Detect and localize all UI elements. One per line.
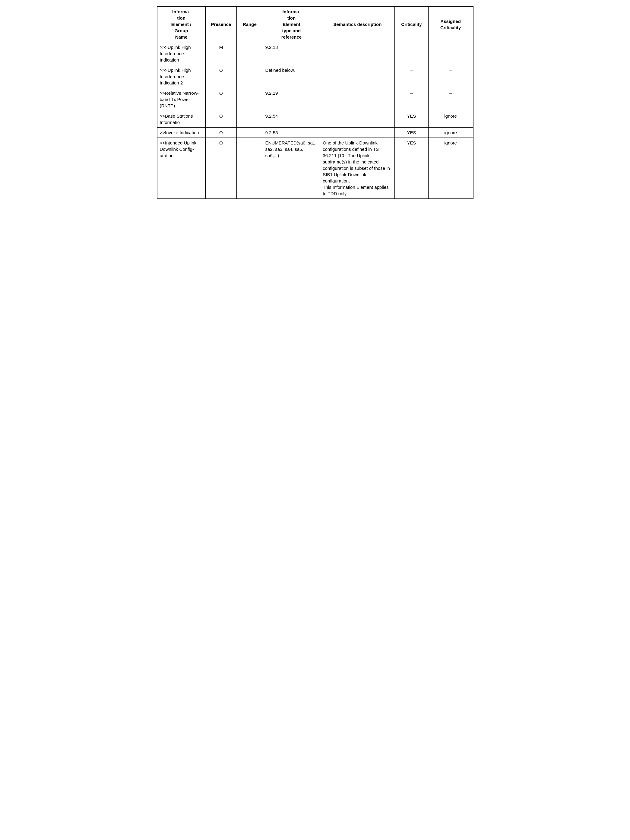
ie-label-0: >>>Uplink High Interfer­ence Indication [160, 45, 191, 62]
cell-range-0 [237, 42, 263, 65]
cell-sem-1 [320, 65, 395, 88]
cell-pres-3: O [205, 111, 237, 128]
header-assigned-criticality: Assigned Criticality [428, 6, 473, 42]
cell-ie-5: >>Intended Uplink-Downlink Config­uratio… [157, 138, 206, 199]
header-type-label: Informa-tionElementtype andreference [281, 9, 302, 39]
cell-type-0: 9.2.18 [263, 42, 320, 65]
ie-label-3: >>Base Stations Informatio [160, 114, 193, 125]
main-table: Informa-tionElement /GroupName Presence … [157, 6, 474, 199]
header-presence: Presence [205, 6, 237, 42]
table-row: >>Invoke Indication O 9.2.55 YES ignore [157, 128, 473, 138]
cell-pres-1: O [205, 65, 237, 88]
cell-range-5 [237, 138, 263, 199]
cell-ie-3: >>Base Stations Informatio [157, 111, 206, 128]
header-row: Informa-tionElement /GroupName Presence … [157, 6, 473, 42]
cell-type-3: 9.2.54 [263, 111, 320, 128]
cell-range-4 [237, 128, 263, 138]
cell-pres-4: O [205, 128, 237, 138]
cell-crit-0: – [395, 42, 428, 65]
header-ie: Informa-tionElement /GroupName [157, 6, 206, 42]
table-row: >>>Uplink High Interfer­ence Indication … [157, 65, 473, 88]
cell-crit-3: YES [395, 111, 428, 128]
cell-crit-1: – [395, 65, 428, 88]
cell-range-1 [237, 65, 263, 88]
cell-sem-0 [320, 42, 395, 65]
cell-crit-4: YES [395, 128, 428, 138]
cell-range-3 [237, 111, 263, 128]
header-criticality: Criticality [395, 6, 428, 42]
cell-ie-2: >>Relative Narrow­band Tx Power (RNTP) [157, 88, 206, 111]
cell-sem-5: One of the Uplink-Downlink configuration… [320, 138, 395, 199]
header-semantics: Semantics description [320, 6, 395, 42]
ie-label-2: >>Relative Narrow­band Tx Power (RNTP) [160, 90, 199, 108]
table-row: >>Intended Uplink-Downlink Config­uratio… [157, 138, 473, 199]
header-presence-label: Presence [208, 21, 234, 27]
cell-type-5: ENUMERATED(sa0, sa1, sa2, sa3, sa4, sa5,… [263, 138, 320, 199]
cell-sem-3 [320, 111, 395, 128]
cell-ie-0: >>>Uplink High Interfer­ence Indication [157, 42, 206, 65]
cell-ie-4: >>Invoke Indication [157, 128, 206, 138]
cell-sem-4 [320, 128, 395, 138]
cell-acrit-2: – [428, 88, 473, 111]
header-type: Informa-tionElementtype andreference [263, 6, 320, 42]
cell-acrit-4: ignore [428, 128, 473, 138]
table-row: >>Base Stations Informatio O 9.2.54 YES … [157, 111, 473, 128]
cell-acrit-3: ignore [428, 111, 473, 128]
cell-crit-2: – [395, 88, 428, 111]
ie-label-1: >>>Uplink High Interfer­ence Indication … [160, 68, 191, 85]
ie-label-5: >>Intended Uplink-Downlink Config­uratio… [160, 140, 198, 158]
cell-sem-2 [320, 88, 395, 111]
cell-pres-2: O [205, 88, 237, 111]
ie-label-4: >>Invoke Indication [160, 130, 199, 135]
cell-acrit-0: – [428, 42, 473, 65]
cell-acrit-1: – [428, 65, 473, 88]
cell-pres-5: O [205, 138, 237, 199]
table-wrapper: Informa-tionElement /GroupName Presence … [157, 6, 474, 199]
cell-crit-5: YES [395, 138, 428, 199]
cell-type-4: 9.2.55 [263, 128, 320, 138]
cell-ie-1: >>>Uplink High Interfer­ence Indication … [157, 65, 206, 88]
cell-pres-0: M [205, 42, 237, 65]
cell-range-2 [237, 88, 263, 111]
table-row: >>Relative Narrow­band Tx Power (RNTP) O… [157, 88, 473, 111]
cell-type-1: Defined below. [263, 65, 320, 88]
table-row: >>>Uplink High Interfer­ence Indication … [157, 42, 473, 65]
cell-acrit-5: ignore [428, 138, 473, 199]
header-range: Range [237, 6, 263, 42]
cell-type-2: 9.2.19 [263, 88, 320, 111]
